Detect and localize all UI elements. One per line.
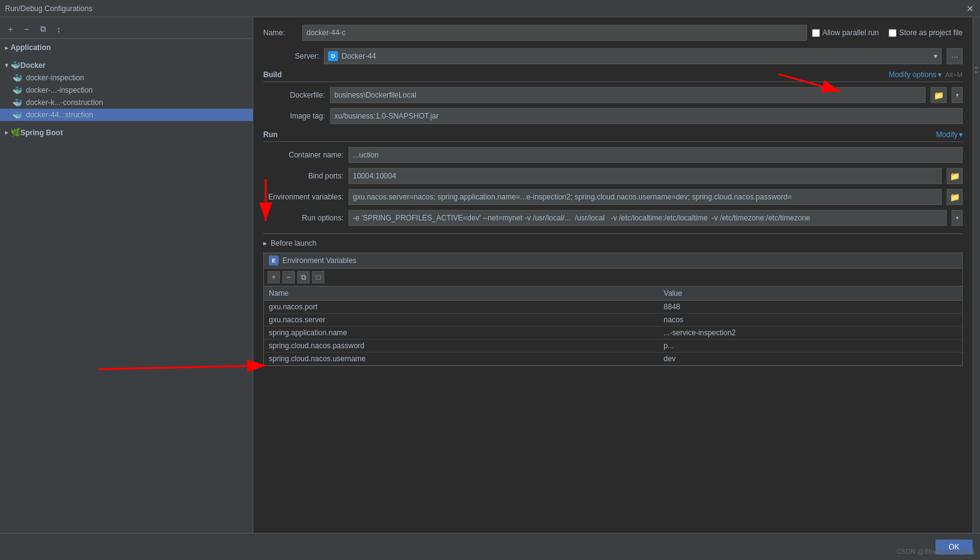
sidebar-toolbar: + − ⧉ ↕ [0,20,253,39]
env-vars-table: Name Value gxu.nacos.port8848gxu.nacos.s… [264,286,962,366]
sidebar-remove-button[interactable]: − [20,22,33,36]
before-launch-arrow: ▸ [263,239,267,248]
build-title: Build [263,70,282,79]
server-select[interactable]: D Docker-44 ▾ [324,48,942,64]
table-row[interactable]: gxu.nacos.port8848 [264,301,962,314]
env-vars-panel-title: Environment Variables [282,256,357,265]
strip-expand-button[interactable]: › [973,67,980,69]
content-area: Name: Allow parallel run Store as projec… [253,17,973,533]
sidebar-add-button[interactable]: + [4,22,17,36]
modify-options-link[interactable]: Modify options ▾ Alt+M [889,70,963,79]
env-value-cell: ...-service-inspection2 [659,327,962,340]
server-select-inner: D Docker-44 [328,51,376,61]
run-options-row: Run options: ▾ [263,210,963,226]
image-tag-input[interactable] [330,108,963,124]
store-project-checkbox[interactable]: Store as project file [889,28,963,37]
env-vars-row: Environment variables: 📁 [263,189,963,205]
sidebar-item-label-4: docker-44...struction [26,111,93,119]
main-container: + − ⧉ ↕ ▸ Application ▾ 🐳 Docker 🐳 docke… [0,17,980,533]
dropdown-chevron-icon: ▾ [934,52,937,61]
env-value-cell: p... [659,340,962,353]
col-value-header: Value [659,286,962,301]
run-options-label: Run options: [263,214,344,222]
before-launch-header[interactable]: ▸ Before launch [263,239,963,248]
arrow-icon-spring: ▸ [5,129,8,136]
server-value: Docker-44 [342,52,376,61]
modify-options-arrow: ▾ [938,70,942,79]
sidebar-item-docker-4[interactable]: 🐳 docker-44...struction [0,109,253,121]
spring-group-icon: 🌿 [11,128,20,137]
sidebar: + − ⧉ ↕ ▸ Application ▾ 🐳 Docker 🐳 docke… [0,17,253,533]
docker-item-icon-1: 🐳 [12,73,22,83]
env-vars-browse-button[interactable]: 📁 [947,189,963,205]
env-add-button[interactable]: + [268,271,280,283]
sidebar-item-label-3: docker-k...-construction [26,98,103,107]
sidebar-copy-button[interactable]: ⧉ [36,22,49,36]
sidebar-item-label-2: docker-...-inspection [26,86,93,94]
dockerfile-label: Dockerfile: [263,91,325,99]
docker-item-icon-4: 🐳 [12,110,22,120]
dockerfile-input[interactable] [330,87,926,103]
sidebar-item-docker-2[interactable]: 🐳 docker-...-inspection [0,84,253,96]
watermark: CSDN @Blueeyedboy521 [897,548,975,555]
env-copy-button[interactable]: ⧉ [297,271,310,283]
table-row[interactable]: spring.cloud.nacos.passwordp... [264,340,962,353]
run-title: Run [263,130,277,139]
sidebar-group-spring[interactable]: ▸ 🌿 Spring Boot [0,126,253,139]
run-options-dropdown-button[interactable]: ▾ [952,210,963,226]
env-vars-toolbar: + − ⧉ □ [264,269,962,286]
env-icon: E [269,256,279,265]
table-row[interactable]: gxu.nacos.servernacos [264,314,962,327]
env-vars-label: Environment variables: [263,193,344,201]
run-modify-arrow: ▾ [959,130,963,139]
dockerfile-row: Dockerfile: 📁 ▾ [263,87,963,103]
env-name-cell: gxu.nacos.port [264,301,659,314]
server-more-button[interactable]: ··· [947,48,963,64]
sidebar-group-docker[interactable]: ▾ 🐳 Docker [0,59,253,72]
table-row[interactable]: spring.cloud.nacos.usernamedev [264,353,962,366]
right-panel-strip: › › [973,17,980,533]
image-tag-label: Image tag: [263,112,325,120]
application-group-label: Application [11,43,51,52]
dockerfile-browse-button[interactable]: 📁 [931,87,947,103]
allow-parallel-check[interactable] [812,29,820,37]
sidebar-group-application[interactable]: ▸ Application [0,41,253,54]
allow-parallel-checkbox[interactable]: Allow parallel run [812,28,879,37]
title-bar: Run/Debug Configurations ✕ [0,0,980,17]
store-project-check[interactable] [889,29,897,37]
env-vars-input[interactable] [348,189,942,205]
server-row: Server: D Docker-44 ▾ ··· [263,48,963,64]
name-row: Name: Allow parallel run Store as projec… [263,25,963,41]
run-modify-label: Modify [936,130,958,139]
container-name-input[interactable] [348,147,963,163]
table-row[interactable]: spring.application.name...-service-inspe… [264,327,962,340]
image-tag-row: Image tag: [263,108,963,124]
bind-ports-row: Bind ports: 📁 [263,168,963,184]
env-vars-panel: E Environment Variables + − ⧉ □ Name Val… [263,253,963,366]
close-button[interactable]: ✕ [966,4,974,14]
bind-ports-input[interactable] [348,168,942,184]
env-name-cell: gxu.nacos.server [264,314,659,327]
name-input[interactable] [302,25,807,41]
docker-group-label: Docker [20,61,46,70]
bind-ports-browse-button[interactable]: 📁 [947,168,963,184]
dockerfile-dropdown-button[interactable]: ▾ [952,87,963,103]
env-value-cell: 8848 [659,301,962,314]
run-modify-link[interactable]: Modify ▾ [936,130,963,139]
run-options-input[interactable] [348,210,947,226]
sidebar-item-docker-3[interactable]: 🐳 docker-k...-construction [0,96,253,109]
container-name-row: Container name: [263,147,963,163]
strip-expand-button-2[interactable]: › [973,71,980,73]
env-remove-button[interactable]: − [282,271,295,283]
docker-group-icon: 🐳 [11,61,20,70]
env-name-cell: spring.cloud.nacos.username [264,353,659,366]
sidebar-section-application: ▸ Application [0,39,253,56]
docker-item-icon-3: 🐳 [12,98,22,107]
env-paste-button[interactable]: □ [312,271,324,283]
name-label: Name: [263,28,297,37]
checkboxes-row: Allow parallel run Store as project file [812,28,963,37]
sidebar-move-button[interactable]: ↕ [52,22,65,36]
container-name-label: Container name: [263,151,344,159]
store-project-label: Store as project file [899,28,963,37]
sidebar-item-docker-1[interactable]: 🐳 docker-inspection [0,72,253,84]
